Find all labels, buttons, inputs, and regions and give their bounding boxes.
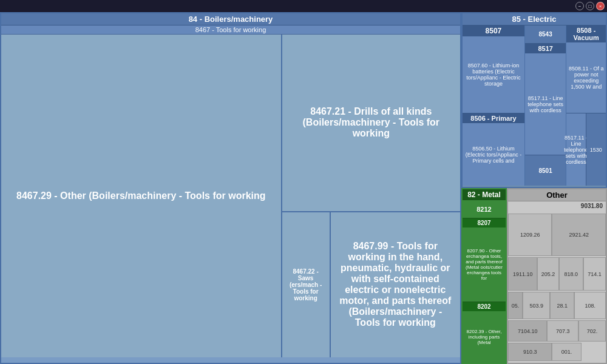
section-84-content: 8467.29 - Other (Boilers/machinery - Too… [1,35,460,357]
section-82-other: 82 - Metal 8212 8207 8207.90 - Other erc… [461,188,607,364]
block-8530[interactable]: 1530 [586,113,606,186]
other-row4: 7104.10 707.3 702. [508,320,606,342]
block-8467-29[interactable]: 8467.29 - Other (Boilers/machinery - Too… [1,35,282,357]
other-block-910[interactable]: 910.3 [508,343,552,361]
block-8517-telephone[interactable]: 8517.11 - Line telephone sets with cordl… [566,113,586,186]
section-other-header: Other [508,189,606,201]
block-8467-21[interactable]: 8467.21 - Drills of all kinds (Boilers/m… [282,35,460,212]
section-84-right: 8467.21 - Drills of all kinds (Boilers/m… [282,35,460,357]
section-82: 82 - Metal 8212 8207 8207.90 - Other erc… [461,188,507,364]
other-top-value: 9031.80 [581,203,603,209]
block-8517-content: 8517.11 - Line telephone sets with cordl… [525,53,566,155]
block-8507[interactable]: 8507 8507.60 - Lithium-ion batteries (El… [463,25,524,113]
block-8506-content: 8506.50 - Lithium (Electric tors/Applian… [463,123,524,186]
section-other: Other 9031.80 1209.26 2921.42 [507,188,607,364]
section-82-header: 82 - Metal [463,189,506,200]
section-85-header: 85 - Electric [463,13,606,25]
other-block-05[interactable]: 05. [508,292,523,319]
other-block-503[interactable]: 503.9 [523,292,550,319]
section-85-content: 8507 8507.60 - Lithium-ion batteries (El… [463,25,606,186]
minimize-button[interactable]: − [575,2,584,10]
section-84-bottom-right: 8467.22 - Saws (ers/mach - Tools for wor… [282,212,460,357]
section-84-subheader: 8467 - Tools for working [1,25,460,35]
block-8212[interactable]: 8212 [463,200,506,218]
other-block-707[interactable]: 707.3 [547,320,578,342]
other-block-001[interactable]: 001. [552,343,581,361]
window-controls: − □ × [571,0,607,12]
close-button[interactable]: × [596,2,605,10]
block-8207[interactable]: 8207 8207.90 - Other erchangea tools, an… [463,218,506,302]
other-block-714[interactable]: 714.1 [583,257,606,291]
block-8207-content: 8207.90 - Other erchangea tools, and par… [463,228,506,302]
section-84-header: 84 - Boilers/machinery [1,13,460,25]
block-8467-99[interactable]: 8467.99 - Tools for working in the hand,… [331,212,460,357]
other-block-7104[interactable]: 7104.10 [508,320,547,342]
main-container: 84 - Boilers/machinery 8467 - Tools for … [0,12,607,364]
section-84: 84 - Boilers/machinery 8467 - Tools for … [0,12,461,364]
block-8508-header: 8508 - Vacuum [566,25,606,42]
block-85-small-row: 8517.11 - Line telephone sets with cordl… [566,113,606,186]
other-block-28[interactable]: 28.1 [550,292,574,319]
other-row5: 910.3 001. [508,343,606,361]
block-8507-header: 8507 [463,25,524,36]
block-8506-header: 8506 - Primary [463,113,524,123]
block-8508-content: 8508.11 - Of a power not exceeding 1,500… [566,42,606,113]
other-block-818[interactable]: 818.0 [559,257,583,291]
other-block-205[interactable]: 205.2 [537,257,558,291]
block-8543[interactable]: 8543 [525,25,566,44]
block-8508[interactable]: 8508 - Vacuum 8508.11 - Of a power not e… [566,25,606,113]
other-block-2921[interactable]: 2921.42 [552,214,606,256]
other-row1: 1209.26 2921.42 [508,214,606,256]
other-content: 9031.80 1209.26 2921.42 1911.10 [508,201,606,363]
col-85-left: 8507 8507.60 - Lithium-ion batteries (El… [463,25,525,186]
block-8506[interactable]: 8506 - Primary 8506.50 - Lithium (Electr… [463,113,524,186]
block-8517[interactable]: 8517 8517.11 - Line telephone sets with … [525,44,566,155]
block-8202[interactable]: 8202 8202.39 - Other, including parts (M… [463,302,506,363]
col-85-right: 8508 - Vacuum 8508.11 - Of a power not e… [566,25,606,186]
section-85: 85 - Electric 8507 8507.60 - Lithium-ion… [461,12,607,188]
block-8202-header: 8202 [463,302,506,311]
right-panel: 85 - Electric 8507 8507.60 - Lithium-ion… [461,12,607,364]
block-8501[interactable]: 8501 [525,155,566,186]
other-row3: 05. 503.9 28.1 108. [508,292,606,319]
other-block-108[interactable]: 108. [574,292,606,319]
col-85-mid: 8543 8517 8517.11 - Line telephone sets … [525,25,567,186]
block-8207-header: 8207 [463,218,506,228]
other-block-1209[interactable]: 1209.26 [508,214,552,256]
block-8507-content: 8507.60 - Lithium-ion batteries (Electri… [463,36,524,113]
block-8517-header: 8517 [525,44,566,53]
block-8202-content: 8202.39 - Other, including parts (Metal [463,311,506,363]
maximize-button[interactable]: □ [586,2,594,10]
other-block-702[interactable]: 702. [578,320,606,342]
other-row2: 1911.10 205.2 818.0 714.1 [508,257,606,291]
other-block-1911[interactable]: 1911.10 [508,257,537,291]
block-8467-22[interactable]: 8467.22 - Saws (ers/mach - Tools for wor… [282,212,331,357]
